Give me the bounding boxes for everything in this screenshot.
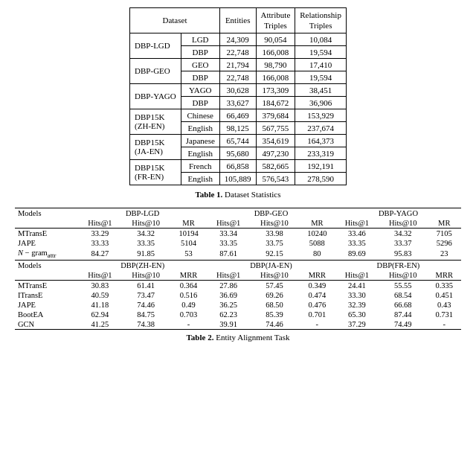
- rel-val: 19,594: [295, 45, 347, 58]
- section1-header-row: Models DBP-LGD DBP-GEO DBP-YAGO: [15, 208, 461, 218]
- col-header-entities: Entities: [219, 8, 256, 33]
- dbp-lgd-header: DBP-LGD: [78, 208, 207, 218]
- col-hits1-4: Hits@1: [78, 270, 121, 281]
- rel-val: 237,674: [295, 121, 347, 134]
- sub-label: Chinese: [181, 109, 219, 121]
- table-row: DBP15K(JA-EN) Japanese 65,744 354,619 16…: [130, 134, 347, 147]
- val: 92.15: [250, 248, 299, 261]
- table2-caption: Table 2. Entity Alignment Task: [15, 333, 461, 342]
- model-name: ITransE: [15, 290, 78, 300]
- val: 0.703: [170, 310, 207, 319]
- val: 27.86: [207, 280, 250, 290]
- val: 0.43: [428, 300, 461, 310]
- table-row: JAPE 41.18 74.46 0.49 36.25 68.50 0.476 …: [15, 300, 461, 310]
- val: 0.474: [299, 290, 335, 300]
- val: -: [428, 319, 461, 330]
- val: 74.46: [121, 300, 170, 310]
- entities-val: 30,628: [219, 83, 256, 96]
- sub-label: English: [181, 172, 219, 185]
- sub-label: English: [181, 147, 219, 159]
- val: 33.29: [78, 228, 121, 238]
- group-label: DBP15K(ZH-EN): [130, 109, 181, 134]
- table-row: DBP-LGD LGD 24,309 90,054 10,084: [130, 33, 347, 45]
- sub-label: DBP: [181, 71, 219, 83]
- val: 24.41: [335, 280, 379, 290]
- table-row: MTransE 33.29 34.32 10194 33.34 33.98 10…: [15, 228, 461, 238]
- val: 61.41: [121, 280, 170, 290]
- val: 0.335: [428, 280, 461, 290]
- section2-header-row: Models DBP(ZH-EN) DBP(JA-EN) DBP(FR-EN): [15, 260, 461, 270]
- val: 62.23: [207, 310, 250, 319]
- val: 53: [170, 248, 207, 261]
- val: 0.49: [170, 300, 207, 310]
- val: 87.44: [379, 310, 428, 319]
- rel-val: 38,451: [295, 83, 347, 96]
- dbp-yago-header: DBP-YAGO: [335, 208, 461, 218]
- sub-label: English: [181, 121, 219, 134]
- attr-val: 166,008: [256, 45, 295, 58]
- table-row: JAPE 33.33 33.35 5104 33.35 33.75 5088 3…: [15, 238, 461, 248]
- group-label: DBP15K(FR-EN): [130, 159, 181, 185]
- models-label-2: Models: [15, 260, 78, 270]
- col-mr-2: MR: [299, 218, 335, 229]
- model-name: JAPE: [15, 238, 78, 248]
- sub-label: DBP: [181, 45, 219, 58]
- entities-val: 24,309: [219, 33, 256, 45]
- model-name: BootEA: [15, 310, 78, 319]
- entities-val: 66,858: [219, 159, 256, 172]
- val: 10194: [170, 228, 207, 238]
- val: 68.50: [250, 300, 299, 310]
- val: 68.54: [379, 290, 428, 300]
- group-label: DBP-LGD: [130, 33, 181, 58]
- val: 33.35: [207, 238, 250, 248]
- rel-val: 153,929: [295, 109, 347, 121]
- sub-label: GEO: [181, 58, 219, 71]
- val: 85.39: [250, 310, 299, 319]
- val: 87.61: [207, 248, 250, 261]
- val: 33.75: [250, 238, 299, 248]
- attr-val: 497,230: [256, 147, 295, 159]
- val: 0.476: [299, 300, 335, 310]
- table-row: ITransE 40.59 73.47 0.516 36.69 69.26 0.…: [15, 290, 461, 300]
- table-row: DBP-GEO GEO 21,794 98,790 17,410: [130, 58, 347, 71]
- group-label: DBP-GEO: [130, 58, 181, 83]
- group-label: DBP-YAGO: [130, 83, 181, 109]
- col-hits10-6: Hits@10: [379, 270, 428, 281]
- val: 33.98: [250, 228, 299, 238]
- model-name: MTransE: [15, 228, 78, 238]
- val: 5104: [170, 238, 207, 248]
- col-header-attr: AttributeTriples: [256, 8, 295, 33]
- rel-val: 192,191: [295, 159, 347, 172]
- attr-val: 166,008: [256, 71, 295, 83]
- val: 74.46: [250, 319, 299, 330]
- dbp-geo-header: DBP-GEO: [207, 208, 335, 218]
- val: 57.45: [250, 280, 299, 290]
- rel-val: 17,410: [295, 58, 347, 71]
- model-name: GCN: [15, 319, 78, 330]
- col-hits1-1: Hits@1: [78, 218, 121, 229]
- col-mr-1: MR: [170, 218, 207, 229]
- table-row: DBP15K(ZH-EN) Chinese 66,469 379,684 153…: [130, 109, 347, 121]
- val: 36.69: [207, 290, 250, 300]
- entities-val: 65,744: [219, 134, 256, 147]
- val: 0.364: [170, 280, 207, 290]
- col-mr-3: MR: [428, 218, 461, 229]
- val: 66.68: [379, 300, 428, 310]
- val: 40.59: [78, 290, 121, 300]
- table2: Models DBP-LGD DBP-GEO DBP-YAGO Hits@1 H…: [15, 208, 461, 330]
- sub-label: LGD: [181, 33, 219, 45]
- attr-val: 582,665: [256, 159, 295, 172]
- val: 39.91: [207, 319, 250, 330]
- entities-val: 22,748: [219, 71, 256, 83]
- entities-val: 95,680: [219, 147, 256, 159]
- empty-cell: [15, 270, 78, 281]
- col-hits10-3: Hits@10: [379, 218, 428, 229]
- val: 33.34: [207, 228, 250, 238]
- attr-val: 184,672: [256, 96, 295, 109]
- col-header-rel: RelationshipTriples: [295, 8, 347, 33]
- val: 65.30: [335, 310, 379, 319]
- val: 95.83: [379, 248, 428, 261]
- val: 62.94: [78, 310, 121, 319]
- empty-cell: [15, 218, 78, 229]
- rel-val: 278,590: [295, 172, 347, 185]
